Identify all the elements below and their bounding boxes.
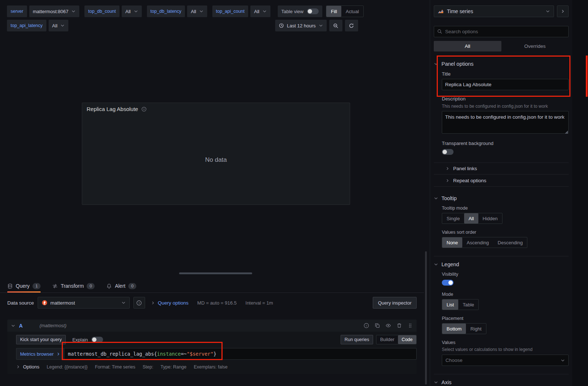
kick-start-button[interactable]: Kick start your query	[16, 335, 66, 344]
tooltip-content: Tooltip mode Single All Hidden Values so…	[442, 206, 569, 248]
query-help-icon[interactable]	[364, 323, 369, 328]
tooltip-mode-single[interactable]: Single	[442, 213, 464, 223]
panel-title-input[interactable]	[442, 79, 569, 90]
refresh-button[interactable]	[345, 20, 358, 31]
query-options-row[interactable]: Options Legend: {{instance}} Format: Tim…	[16, 364, 417, 370]
sort-none[interactable]: None	[442, 237, 462, 248]
tooltip-mode-all[interactable]: All	[464, 213, 478, 223]
drag-handle-icon[interactable]	[407, 323, 413, 328]
transform-icon	[52, 283, 58, 289]
transparent-background-label: Transparent background	[442, 141, 569, 146]
repeat-options-label: Repeat options	[453, 178, 486, 183]
tooltip-mode-label: Tooltip mode	[442, 206, 569, 211]
query-options-toggle[interactable]: Query options	[151, 300, 189, 306]
variable-value-dropdown[interactable]: All	[187, 5, 207, 17]
variable-top-db-count: top_db_count All	[84, 5, 141, 17]
fill-option[interactable]: Fill	[326, 6, 341, 17]
zoom-out-button[interactable]	[329, 20, 342, 31]
tab-label: Query	[16, 283, 30, 289]
tab-query[interactable]: Query 1	[7, 279, 41, 293]
datasource-help-button[interactable]	[133, 297, 145, 309]
placement-bottom[interactable]: Bottom	[442, 324, 466, 334]
split-resize-handle[interactable]	[179, 272, 252, 274]
query-editor-card: A (mattermost) Kick start your query Exp…	[7, 320, 417, 374]
visualization-picker[interactable]: Time series	[434, 5, 554, 17]
legend-values-select[interactable]: Choose	[442, 355, 569, 366]
variable-value-dropdown[interactable]: All	[122, 5, 141, 17]
tab-transform[interactable]: Transform 0	[52, 279, 95, 293]
chevron-down-icon	[546, 9, 550, 14]
tooltip-mode-hidden[interactable]: Hidden	[478, 213, 502, 223]
code-option[interactable]: Code	[398, 335, 416, 344]
builder-option[interactable]: Builder	[376, 335, 398, 344]
variable-label[interactable]: server	[7, 5, 27, 17]
question-circle-icon	[136, 300, 142, 306]
option-step: Step:	[143, 364, 153, 370]
datasource-picker[interactable]: mattermost	[38, 297, 130, 309]
run-queries-button[interactable]: Run queries	[341, 335, 373, 344]
tooltip-section-header[interactable]: Tooltip	[434, 195, 569, 201]
variable-value-dropdown[interactable]: All	[49, 20, 68, 31]
promql-input[interactable]: mattermost_db_replica_lag_abs{instance=~…	[64, 348, 417, 360]
repeat-options-row[interactable]: Repeat options	[434, 175, 569, 187]
grafana-panel-editor: server mattermost:8067 top_db_count All …	[0, 0, 588, 386]
vertical-scrollbar[interactable]	[425, 251, 427, 385]
transparent-background-switch[interactable]	[442, 149, 454, 155]
variable-label[interactable]: top_api_latency	[7, 20, 46, 31]
legend-placement-label: Placement	[442, 316, 569, 321]
panel-links-row[interactable]: Panel links	[434, 163, 569, 175]
query-inspector-button[interactable]: Query inspector	[373, 297, 417, 309]
textarea-resize-handle[interactable]	[565, 130, 568, 134]
variable-label[interactable]: top_db_latency	[147, 5, 185, 17]
bell-icon	[106, 283, 112, 289]
variable-label[interactable]: top_db_count	[84, 5, 120, 17]
variable-value-text: All	[52, 23, 57, 28]
filter-tab-all[interactable]: All	[434, 41, 501, 51]
refresh-icon	[349, 23, 354, 28]
delete-query-icon[interactable]	[397, 323, 402, 328]
time-range-picker[interactable]: Last 12 hours	[275, 20, 327, 31]
query-row-actions	[364, 323, 413, 328]
duplicate-query-icon[interactable]	[375, 323, 380, 328]
legend-mode-list[interactable]: List	[442, 299, 458, 310]
table-view-switch[interactable]	[307, 8, 319, 14]
legend-section-header[interactable]: Legend	[434, 261, 569, 267]
interval-stat: Interval = 1m	[246, 300, 273, 306]
placement-right[interactable]: Right	[466, 324, 486, 334]
tooltip-mode-group: Single All Hidden	[442, 213, 502, 224]
chevron-down-icon[interactable]	[11, 324, 15, 328]
prometheus-icon	[42, 300, 48, 306]
dashboard-panel[interactable]: Replica Lag Absolute No data	[82, 103, 350, 205]
disable-query-icon[interactable]	[386, 323, 391, 328]
legend-visibility-switch[interactable]	[442, 280, 454, 286]
axis-section-header[interactable]: Axis	[434, 379, 569, 385]
collapse-pane-button[interactable]	[557, 5, 569, 17]
filter-tab-overrides[interactable]: Overrides	[501, 41, 569, 51]
panel-options-section-header[interactable]: Panel options	[434, 61, 569, 67]
metrics-browser-label: Metrics browser	[20, 351, 54, 357]
legend-mode-table[interactable]: Table	[458, 299, 478, 310]
query-row-header[interactable]: A (mattermost)	[7, 320, 417, 332]
annotation-strip-right-edge	[586, 56, 588, 97]
actual-option[interactable]: Actual	[341, 6, 363, 17]
search-options-input[interactable]	[434, 26, 569, 37]
legend-content: Visibility Mode List Table Placement Bot…	[442, 272, 569, 366]
explain-switch[interactable]	[91, 337, 103, 343]
metrics-browser-button[interactable]: Metrics browser	[16, 348, 64, 360]
values-sort-order-group: None Ascending Descending	[442, 237, 527, 248]
tab-count-badge: 0	[128, 283, 136, 289]
panel-description-textarea[interactable]: This needs to be configured in config.js…	[442, 111, 569, 134]
sort-ascending[interactable]: Ascending	[462, 237, 493, 248]
variable-label[interactable]: top_api_count	[212, 5, 249, 17]
option-exemplars: Exemplars: false	[194, 364, 227, 370]
variables-toolbar-row1: server mattermost:8067 top_db_count All …	[7, 5, 364, 17]
promql-label-value: "$server"	[187, 351, 213, 357]
variable-value-dropdown[interactable]: mattermost:8067	[29, 5, 80, 17]
chevron-right-icon	[16, 365, 20, 369]
info-icon[interactable]	[141, 107, 147, 112]
tab-alert[interactable]: Alert 0	[106, 279, 136, 293]
options-label: Options	[23, 364, 39, 370]
panel-title: Replica Lag Absolute	[87, 106, 138, 112]
variable-value-dropdown[interactable]: All	[250, 5, 270, 17]
sort-descending[interactable]: Descending	[493, 237, 527, 248]
